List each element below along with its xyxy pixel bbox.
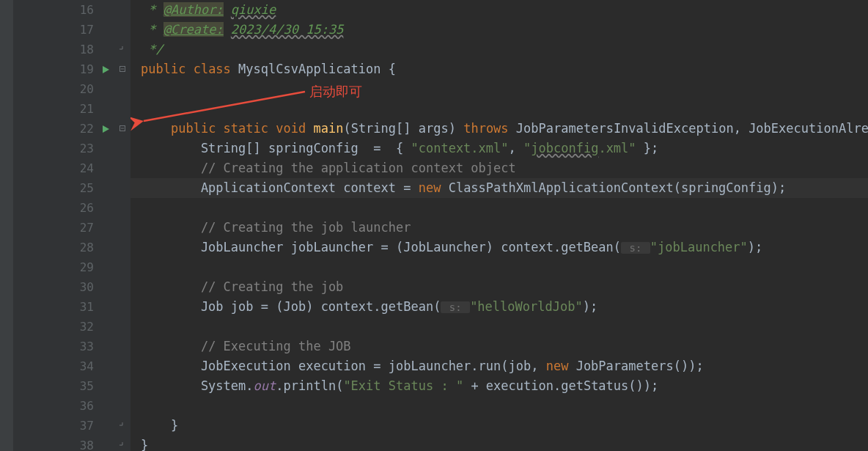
line-number[interactable]: 23 <box>65 139 95 158</box>
code-text[interactable]: JobExecution execution = jobLauncher.run… <box>130 356 704 376</box>
code-editor[interactable]: 启动即可 * @Author: qiuxie * @Create: 2023/4… <box>130 0 868 451</box>
code-text[interactable]: // Creating the job launcher <box>130 218 411 238</box>
token: */ <box>141 42 163 56</box>
token: , <box>734 121 749 136</box>
code-line[interactable]: public class MysqlCsvApplication { <box>130 59 868 79</box>
code-text[interactable]: public static void main(String[] args) t… <box>130 119 868 139</box>
fold-end-icon[interactable] <box>119 436 125 451</box>
token: , <box>509 141 523 155</box>
line-number[interactable]: 22 <box>65 119 95 139</box>
line-number[interactable]: 37 <box>65 416 95 436</box>
code-line[interactable]: Job job = (Job) context.getBean( s: "hel… <box>130 297 868 317</box>
gutter-row: 23 <box>13 139 130 158</box>
code-line[interactable]: JobLauncher jobLauncher = (JobLauncher) … <box>130 238 868 257</box>
code-text[interactable]: ApplicationContext context = new ClassPa… <box>130 178 786 198</box>
code-line[interactable] <box>130 79 868 99</box>
code-line[interactable]: JobExecution execution = jobLauncher.run… <box>130 356 868 376</box>
token: * <box>141 2 163 17</box>
code-line[interactable]: ApplicationContext context = new ClassPa… <box>130 178 868 198</box>
line-number[interactable]: 19 <box>65 59 95 79</box>
code-text[interactable]: // Executing the JOB <box>130 337 351 356</box>
token: JobParametersInvalidException <box>516 121 734 136</box>
gutter-row: 24 <box>13 158 130 178</box>
fold-start-icon[interactable] <box>119 59 125 79</box>
line-number[interactable]: 21 <box>65 99 95 119</box>
run-icon[interactable] <box>101 65 110 74</box>
gutter-row: 30 <box>13 277 130 297</box>
token: void <box>276 121 313 136</box>
code-line[interactable] <box>130 396 868 416</box>
token: jobconfig <box>531 141 598 155</box>
fold-gutter[interactable] <box>116 119 129 139</box>
project-tool-strip[interactable] <box>0 0 13 451</box>
token <box>141 121 171 136</box>
token: ApplicationContext context = <box>141 180 419 195</box>
line-number[interactable]: 17 <box>65 20 95 40</box>
fold-start-icon[interactable] <box>119 119 125 139</box>
fold-gutter[interactable] <box>116 436 129 451</box>
code-line[interactable]: } <box>130 436 868 451</box>
line-number[interactable]: 33 <box>65 337 95 356</box>
token: { <box>389 62 396 76</box>
code-text[interactable]: */ <box>130 40 163 59</box>
code-text[interactable]: } <box>130 416 178 436</box>
run-icon[interactable] <box>101 125 110 133</box>
gutter-row: 31 <box>13 297 130 317</box>
code-line[interactable]: String[] springConfig = { "context.xml",… <box>130 139 868 158</box>
line-number[interactable]: 32 <box>65 317 95 337</box>
fold-end-icon[interactable] <box>119 416 125 436</box>
code-text[interactable]: public class MysqlCsvApplication { <box>130 59 396 79</box>
line-number[interactable]: 34 <box>65 356 95 376</box>
line-number[interactable]: 29 <box>65 257 95 277</box>
line-number[interactable]: 24 <box>65 158 95 178</box>
code-line[interactable]: // Creating the job launcher <box>130 218 868 238</box>
code-line[interactable]: public static void main(String[] args) t… <box>130 119 868 139</box>
run-gutter[interactable] <box>95 65 116 74</box>
token: // Creating the job <box>201 279 343 294</box>
token: .xml" <box>598 141 636 155</box>
code-line[interactable]: // Creating the job <box>130 277 868 297</box>
line-number[interactable]: 18 <box>65 40 95 59</box>
line-number[interactable]: 16 <box>65 0 95 20</box>
line-number[interactable]: 20 <box>65 79 95 99</box>
code-line[interactable]: System.out.println("Exit Status : " + ex… <box>130 376 868 396</box>
line-number[interactable]: 26 <box>65 198 95 218</box>
code-text[interactable]: JobLauncher jobLauncher = (JobLauncher) … <box>130 238 762 258</box>
code-text[interactable]: // Creating the job <box>130 277 343 297</box>
line-number[interactable]: 25 <box>65 178 95 198</box>
fold-end-icon[interactable] <box>119 40 125 59</box>
code-line[interactable]: */ <box>130 40 868 59</box>
line-number[interactable]: 28 <box>65 238 95 257</box>
code-line[interactable]: // Creating the application context obje… <box>130 158 868 178</box>
fold-gutter[interactable] <box>116 59 129 79</box>
code-line[interactable]: * @Create: 2023/4/30 15:35 <box>130 20 868 40</box>
code-text[interactable]: // Creating the application context obje… <box>130 158 516 178</box>
token: MysqlCsvApplication <box>238 62 389 76</box>
token: @Author: <box>163 2 224 17</box>
token <box>224 22 231 37</box>
code-text[interactable]: } <box>130 436 148 451</box>
line-number[interactable]: 38 <box>65 436 95 451</box>
code-text[interactable]: Job job = (Job) context.getBean( s: "hel… <box>130 297 597 318</box>
code-text[interactable]: String[] springConfig = { "context.xml",… <box>130 139 658 158</box>
line-number[interactable]: 35 <box>65 376 95 396</box>
fold-gutter[interactable] <box>116 416 129 436</box>
line-number[interactable]: 30 <box>65 277 95 297</box>
code-text[interactable]: System.out.println("Exit Status : " + ex… <box>130 376 658 396</box>
line-number[interactable]: 36 <box>65 396 95 416</box>
code-line[interactable] <box>130 99 868 119</box>
code-line[interactable] <box>130 257 868 277</box>
token: // Executing the JOB <box>201 339 351 353</box>
token: new <box>419 180 449 195</box>
line-number[interactable]: 27 <box>65 218 95 238</box>
run-gutter[interactable] <box>95 125 116 133</box>
code-line[interactable]: } <box>130 416 868 436</box>
code-line[interactable]: // Executing the JOB <box>130 337 868 356</box>
code-line[interactable] <box>130 317 868 337</box>
code-line[interactable]: * @Author: qiuxie <box>130 0 868 20</box>
code-text[interactable]: * @Author: qiuxie <box>130 0 276 20</box>
code-text[interactable]: * @Create: 2023/4/30 15:35 <box>130 20 343 40</box>
code-line[interactable] <box>130 198 868 218</box>
line-number[interactable]: 31 <box>65 297 95 317</box>
fold-gutter[interactable] <box>116 40 129 59</box>
